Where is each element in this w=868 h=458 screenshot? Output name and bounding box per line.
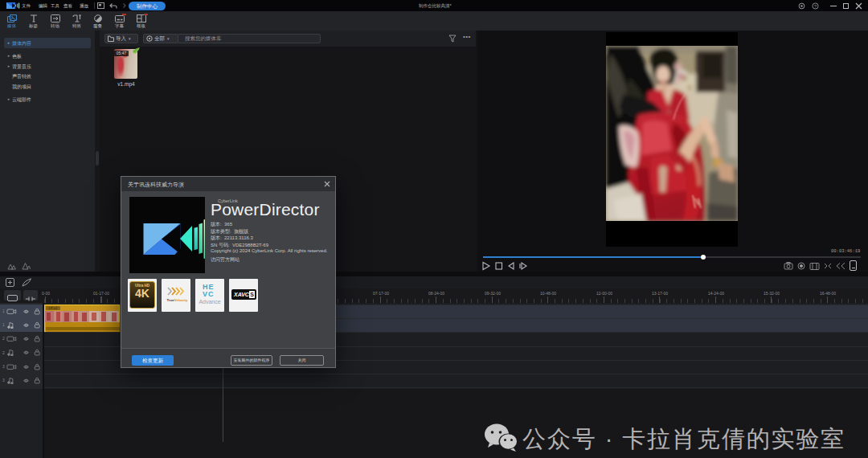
svg-text:Velocity: Velocity	[174, 298, 188, 302]
svg-text:?: ?	[814, 4, 817, 9]
svg-text:Advance: Advance	[199, 299, 220, 305]
svg-text:VC: VC	[203, 290, 215, 298]
